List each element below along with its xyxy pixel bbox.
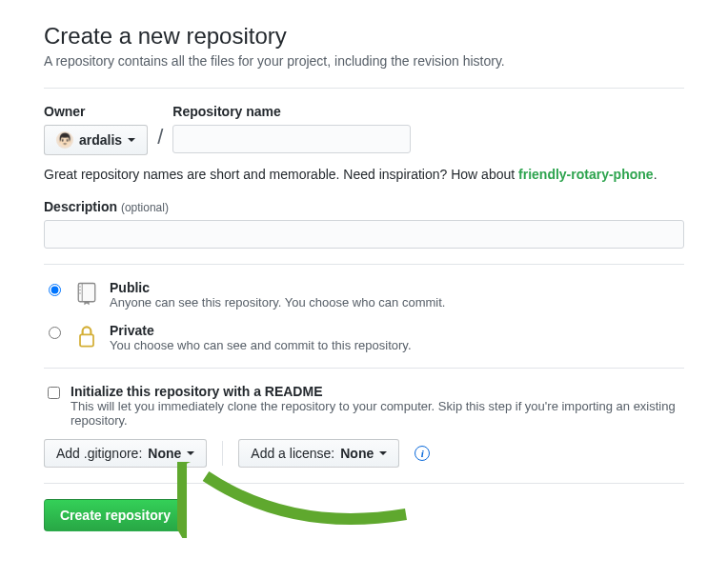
optional-label: (optional)	[121, 201, 169, 214]
svg-rect-1	[82, 284, 83, 302]
visibility-private-radio[interactable]	[49, 327, 61, 339]
owner-repo-separator: /	[157, 125, 163, 155]
gitignore-select[interactable]: Add .gitignore: None	[44, 439, 207, 468]
repo-name-hint: Great repository names are short and mem…	[44, 167, 684, 182]
repo-public-icon	[73, 280, 100, 307]
owner-username: ardalis	[79, 132, 122, 148]
public-desc: Anyone can see this repository. You choo…	[110, 295, 445, 309]
private-title: Private	[110, 323, 412, 338]
repo-name-input[interactable]	[172, 125, 411, 153]
vertical-divider	[222, 441, 223, 466]
description-input[interactable]	[44, 220, 684, 249]
svg-point-2	[79, 286, 80, 287]
svg-point-3	[79, 290, 80, 290]
visibility-public-radio[interactable]	[49, 284, 61, 296]
lock-icon	[73, 323, 100, 349]
license-help-icon[interactable]: i	[415, 446, 430, 461]
public-title: Public	[110, 280, 445, 295]
svg-point-4	[79, 292, 80, 293]
divider	[44, 483, 684, 484]
repo-name-label: Repository name	[172, 104, 411, 119]
page-subtitle: A repository contains all the files for …	[44, 53, 684, 69]
svg-rect-5	[80, 334, 93, 346]
divider	[44, 264, 684, 265]
owner-select[interactable]: 👨🏻 ardalis	[44, 125, 148, 155]
caret-icon	[379, 451, 387, 455]
svg-rect-0	[78, 284, 95, 302]
readme-desc: This will let you immediately clone the …	[71, 399, 684, 428]
repo-name-suggestion[interactable]: friendly-rotary-phone	[518, 167, 654, 182]
avatar: 👨🏻	[56, 131, 73, 149]
readme-title: Initialize this repository with a README	[71, 384, 684, 399]
divider	[44, 88, 684, 89]
caret-icon	[128, 138, 135, 142]
owner-label: Owner	[44, 104, 148, 119]
divider	[44, 368, 684, 369]
caret-icon	[187, 451, 194, 455]
create-repository-button[interactable]: Create repository	[44, 499, 187, 531]
license-select[interactable]: Add a license: None	[238, 439, 399, 468]
private-desc: You choose who can see and commit to thi…	[110, 338, 412, 352]
readme-checkbox[interactable]	[48, 387, 60, 399]
page-title: Create a new repository	[44, 23, 684, 50]
description-label: Description (optional)	[44, 199, 684, 214]
annotation-arrow	[177, 462, 425, 538]
